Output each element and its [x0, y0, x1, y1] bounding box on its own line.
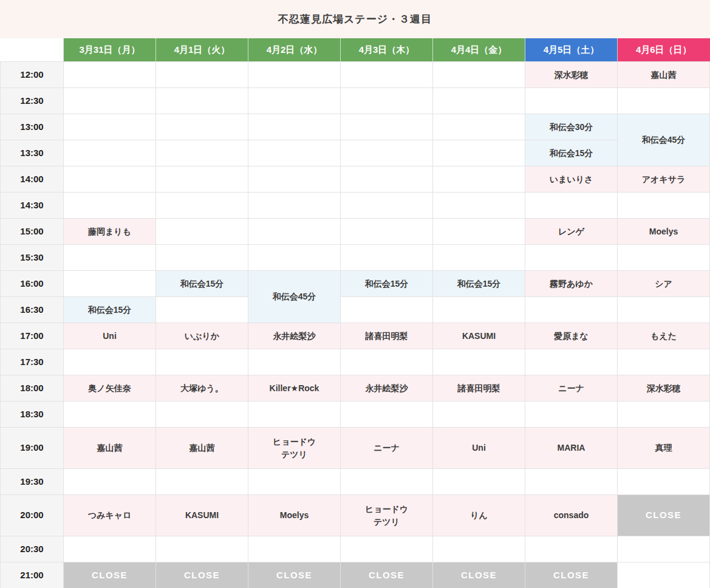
empty-cell	[64, 62, 156, 88]
empty-cell	[525, 245, 618, 271]
table-row: 15:00藤岡まりもレンゲMoelys	[1, 219, 710, 245]
table-row: 13:00和伝会30分和伝会45分	[1, 114, 710, 140]
empty-cell	[433, 114, 525, 140]
event-cell: 和伝会15分	[156, 271, 248, 297]
performer-cell: りん	[433, 495, 525, 536]
empty-cell	[341, 62, 433, 88]
table-row: 16:30和伝会15分	[1, 297, 710, 323]
empty-cell	[341, 402, 433, 428]
empty-cell	[618, 349, 710, 375]
close-cell: CLOSE	[618, 495, 710, 536]
empty-cell	[64, 536, 156, 562]
empty-cell	[618, 245, 710, 271]
empty-cell	[156, 140, 248, 166]
empty-cell	[248, 349, 341, 375]
empty-cell	[618, 297, 710, 323]
empty-cell	[618, 536, 710, 562]
performer-cell: KASUMI	[156, 495, 248, 536]
day-header-3: 4月2日（水）	[248, 38, 341, 62]
empty-cell	[433, 349, 525, 375]
time-label: 19:00	[1, 428, 64, 469]
empty-cell	[341, 219, 433, 245]
empty-cell	[525, 88, 618, 114]
performer-cell: 愛原まな	[525, 323, 618, 349]
empty-cell	[248, 62, 341, 88]
empty-cell	[341, 536, 433, 562]
event-cell: 和伝会15分	[341, 271, 433, 297]
table-row: 17:30	[1, 349, 710, 375]
performer-cell: 嘉山茜	[64, 428, 156, 469]
performer-cell: Killer★Rock	[248, 375, 341, 402]
performer-cell: ニーナ	[525, 375, 618, 402]
performer-cell: Moelys	[618, 219, 710, 245]
empty-cell	[64, 140, 156, 166]
empty-cell	[433, 245, 525, 271]
empty-cell	[341, 193, 433, 219]
empty-cell	[156, 219, 248, 245]
empty-cell	[64, 114, 156, 140]
empty-cell	[64, 402, 156, 428]
empty-cell	[525, 536, 618, 562]
time-label: 18:30	[1, 402, 64, 428]
empty-cell	[341, 114, 433, 140]
empty-cell	[248, 469, 341, 495]
event-cell: 和伝会15分	[64, 297, 156, 323]
table-row: 13:30和伝会15分	[1, 140, 710, 166]
table-row: 20:30	[1, 536, 710, 562]
performer-cell: シア	[618, 271, 710, 297]
table-row: 20:00つみキャロKASUMIMoelysヒョードウ テツリりんconsado…	[1, 495, 710, 536]
close-cell: CLOSE	[433, 562, 525, 588]
empty-cell	[433, 193, 525, 219]
event-cell: 和伝会15分	[525, 140, 618, 166]
empty-cell	[248, 536, 341, 562]
performer-cell: MARIA	[525, 428, 618, 469]
day-header-2: 4月1日（火）	[156, 38, 248, 62]
event-cell: 和伝会45分	[618, 114, 710, 166]
event-cell: 和伝会15分	[433, 271, 525, 297]
empty-cell	[248, 193, 341, 219]
empty-cell	[341, 166, 433, 193]
empty-cell	[248, 140, 341, 166]
corner-cell	[1, 38, 64, 62]
empty-cell	[341, 297, 433, 323]
empty-cell	[433, 88, 525, 114]
time-label: 14:30	[1, 193, 64, 219]
close-cell: CLOSE	[525, 562, 618, 588]
day-header-7: 4月6日（日）	[618, 38, 710, 62]
empty-cell	[341, 140, 433, 166]
empty-cell	[433, 536, 525, 562]
time-label: 21:00	[1, 562, 64, 588]
empty-cell	[156, 193, 248, 219]
close-cell: CLOSE	[248, 562, 341, 588]
performer-cell: 諸喜田明梨	[433, 375, 525, 402]
performer-cell: 大塚ゆう。	[156, 375, 248, 402]
performer-cell: 嘉山茜	[156, 428, 248, 469]
performer-cell: 諸喜田明梨	[341, 323, 433, 349]
empty-cell	[618, 88, 710, 114]
day-header-1: 3月31日（月）	[64, 38, 156, 62]
empty-cell	[248, 114, 341, 140]
performer-cell: consado	[525, 495, 618, 536]
empty-cell	[64, 271, 156, 297]
time-label: 16:00	[1, 271, 64, 297]
empty-cell	[248, 402, 341, 428]
time-label: 14:00	[1, 166, 64, 193]
empty-cell	[64, 349, 156, 375]
time-label: 12:00	[1, 62, 64, 88]
day-header-5: 4月4日（金）	[433, 38, 525, 62]
table-row: 12:30	[1, 88, 710, 114]
performer-cell: 霧野あゆか	[525, 271, 618, 297]
close-cell: CLOSE	[64, 562, 156, 588]
performer-cell: ヒョードウ テツリ	[248, 428, 341, 469]
empty-cell	[525, 193, 618, 219]
time-label: 18:00	[1, 375, 64, 402]
empty-cell	[156, 297, 248, 323]
day-header-4: 4月3日（木）	[341, 38, 433, 62]
empty-cell	[64, 469, 156, 495]
time-label: 20:00	[1, 495, 64, 536]
empty-cell	[433, 140, 525, 166]
empty-cell	[156, 166, 248, 193]
empty-cell	[433, 297, 525, 323]
table-row: 14:30	[1, 193, 710, 219]
performer-cell: 奥ノ矢佳奈	[64, 375, 156, 402]
